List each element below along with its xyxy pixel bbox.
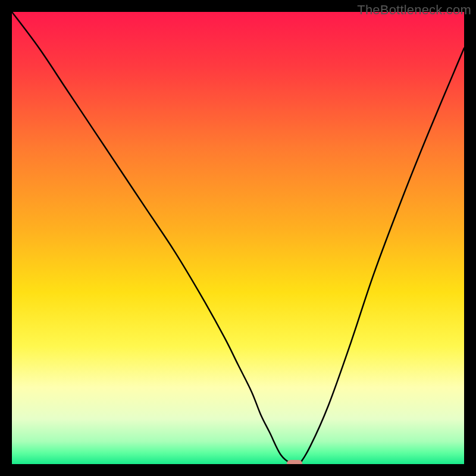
optimal-marker bbox=[287, 460, 302, 464]
watermark-text: TheBottleneck.com bbox=[357, 2, 471, 18]
chart-frame: TheBottleneck.com bbox=[0, 0, 476, 476]
plot-area bbox=[12, 12, 464, 464]
bottleneck-curve bbox=[12, 12, 464, 464]
curve-path bbox=[12, 12, 464, 464]
